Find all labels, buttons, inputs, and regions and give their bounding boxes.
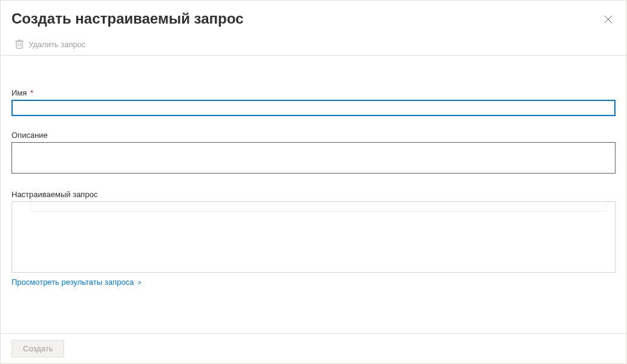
view-results-link[interactable]: Просмотреть результаты запроса >: [11, 278, 142, 287]
name-input[interactable]: [11, 100, 616, 116]
svg-rect-2: [16, 41, 22, 48]
chevron-right-icon: >: [137, 279, 141, 286]
query-label: Настраиваемый запрос: [11, 190, 616, 199]
description-textarea[interactable]: [11, 142, 616, 174]
dialog-header: Создать настраиваемый запрос: [1, 1, 626, 34]
query-editor[interactable]: [11, 201, 616, 273]
name-label: Имя *: [11, 88, 616, 97]
create-button[interactable]: Создать: [11, 340, 64, 357]
delete-query-label: Удалить запрос: [28, 40, 85, 49]
required-indicator: *: [30, 88, 33, 97]
dialog-footer: Создать: [1, 333, 626, 363]
close-button[interactable]: [602, 14, 614, 26]
close-icon: [604, 15, 612, 25]
description-label: Описание: [11, 131, 616, 140]
delete-query-button: Удалить запрос: [15, 39, 85, 49]
query-editor-line: [30, 202, 606, 212]
toolbar: Удалить запрос: [1, 34, 626, 56]
trash-icon: [15, 39, 24, 49]
dialog-title: Создать настраиваемый запрос: [11, 10, 243, 27]
form-body: Имя * Описание Настраиваемый запрос Прос…: [1, 56, 626, 287]
view-results-label: Просмотреть результаты запроса: [11, 278, 134, 287]
